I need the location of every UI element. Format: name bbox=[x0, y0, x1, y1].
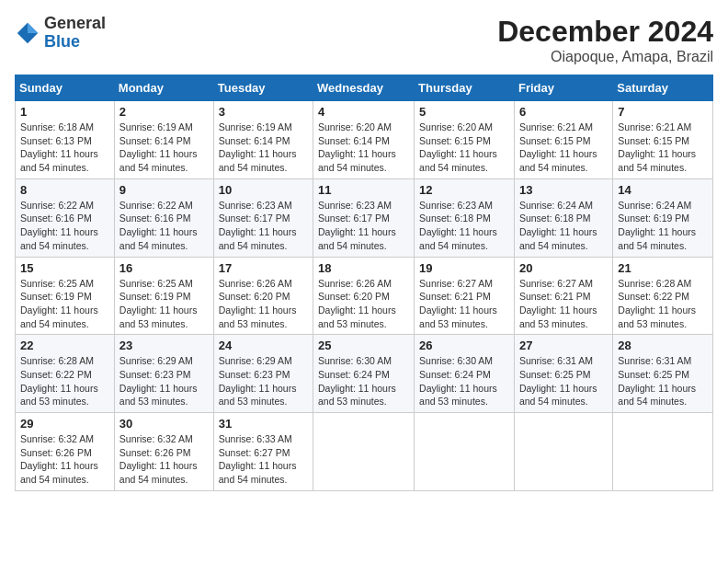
calendar-cell: 21Sunrise: 6:28 AM Sunset: 6:22 PM Dayli… bbox=[613, 257, 713, 335]
day-info: Sunrise: 6:23 AM Sunset: 6:17 PM Dayligh… bbox=[219, 199, 308, 253]
day-number: 18 bbox=[318, 261, 409, 275]
day-number: 10 bbox=[219, 183, 308, 197]
day-info: Sunrise: 6:24 AM Sunset: 6:18 PM Dayligh… bbox=[519, 199, 608, 253]
day-number: 5 bbox=[419, 105, 509, 119]
day-number: 23 bbox=[119, 339, 209, 352]
calendar-cell: 28Sunrise: 6:31 AM Sunset: 6:25 PM Dayli… bbox=[613, 335, 713, 413]
day-number: 24 bbox=[219, 339, 308, 352]
logo-icon bbox=[15, 20, 40, 46]
calendar-cell: 16Sunrise: 6:25 AM Sunset: 6:19 PM Dayli… bbox=[114, 257, 213, 335]
day-number: 31 bbox=[219, 417, 308, 431]
calendar-cell: 27Sunrise: 6:31 AM Sunset: 6:25 PM Dayli… bbox=[514, 335, 612, 413]
day-number: 3 bbox=[219, 105, 308, 119]
calendar-cell: 5Sunrise: 6:20 AM Sunset: 6:15 PM Daylig… bbox=[415, 101, 515, 179]
day-info: Sunrise: 6:31 AM Sunset: 6:25 PM Dayligh… bbox=[618, 354, 708, 408]
weekday-header: Monday bbox=[114, 75, 213, 101]
calendar-cell: 15Sunrise: 6:25 AM Sunset: 6:19 PM Dayli… bbox=[16, 257, 115, 335]
day-info: Sunrise: 6:21 AM Sunset: 6:15 PM Dayligh… bbox=[519, 121, 608, 175]
calendar-cell bbox=[514, 413, 612, 491]
day-info: Sunrise: 6:21 AM Sunset: 6:15 PM Dayligh… bbox=[618, 121, 708, 175]
calendar-cell: 3Sunrise: 6:19 AM Sunset: 6:14 PM Daylig… bbox=[213, 101, 313, 179]
day-info: Sunrise: 6:18 AM Sunset: 6:13 PM Dayligh… bbox=[20, 121, 109, 175]
day-info: Sunrise: 6:27 AM Sunset: 6:21 PM Dayligh… bbox=[519, 277, 608, 331]
calendar-cell bbox=[613, 413, 713, 491]
day-info: Sunrise: 6:26 AM Sunset: 6:20 PM Dayligh… bbox=[318, 277, 409, 331]
calendar-week-row: 8Sunrise: 6:22 AM Sunset: 6:16 PM Daylig… bbox=[16, 178, 713, 257]
day-info: Sunrise: 6:22 AM Sunset: 6:16 PM Dayligh… bbox=[119, 199, 209, 253]
weekday-header: Thursday bbox=[415, 75, 515, 101]
calendar-cell: 19Sunrise: 6:27 AM Sunset: 6:21 PM Dayli… bbox=[415, 257, 515, 335]
calendar-cell: 30Sunrise: 6:32 AM Sunset: 6:26 PM Dayli… bbox=[114, 413, 213, 491]
calendar-cell bbox=[415, 413, 515, 491]
logo-text: General Blue bbox=[44, 15, 106, 52]
day-number: 7 bbox=[618, 105, 708, 119]
day-info: Sunrise: 6:25 AM Sunset: 6:19 PM Dayligh… bbox=[20, 277, 109, 331]
calendar-cell: 9Sunrise: 6:22 AM Sunset: 6:16 PM Daylig… bbox=[114, 178, 213, 257]
day-number: 15 bbox=[20, 261, 109, 275]
day-info: Sunrise: 6:29 AM Sunset: 6:23 PM Dayligh… bbox=[119, 354, 209, 408]
calendar-cell: 18Sunrise: 6:26 AM Sunset: 6:20 PM Dayli… bbox=[313, 257, 415, 335]
calendar-cell: 8Sunrise: 6:22 AM Sunset: 6:16 PM Daylig… bbox=[16, 178, 115, 257]
day-info: Sunrise: 6:27 AM Sunset: 6:21 PM Dayligh… bbox=[419, 277, 509, 331]
calendar-week-row: 29Sunrise: 6:32 AM Sunset: 6:26 PM Dayli… bbox=[16, 413, 713, 491]
weekday-header: Saturday bbox=[613, 75, 713, 101]
weekday-header: Sunday bbox=[16, 75, 115, 101]
logo-general: General bbox=[44, 15, 106, 33]
calendar-table: SundayMondayTuesdayWednesdayThursdayFrid… bbox=[15, 75, 713, 491]
page-header: General Blue December 2024 Oiapoque, Ama… bbox=[15, 15, 713, 65]
day-info: Sunrise: 6:28 AM Sunset: 6:22 PM Dayligh… bbox=[20, 354, 109, 408]
day-info: Sunrise: 6:30 AM Sunset: 6:24 PM Dayligh… bbox=[318, 354, 409, 408]
day-number: 14 bbox=[618, 183, 708, 197]
day-number: 1 bbox=[20, 105, 109, 119]
calendar-cell: 6Sunrise: 6:21 AM Sunset: 6:15 PM Daylig… bbox=[514, 101, 612, 179]
day-info: Sunrise: 6:29 AM Sunset: 6:23 PM Dayligh… bbox=[219, 354, 308, 408]
weekday-row: SundayMondayTuesdayWednesdayThursdayFrid… bbox=[16, 75, 713, 101]
day-number: 22 bbox=[20, 339, 109, 352]
day-number: 9 bbox=[119, 183, 209, 197]
day-info: Sunrise: 6:24 AM Sunset: 6:19 PM Dayligh… bbox=[618, 199, 708, 253]
day-number: 26 bbox=[419, 339, 509, 352]
calendar-cell: 31Sunrise: 6:33 AM Sunset: 6:27 PM Dayli… bbox=[213, 413, 313, 491]
calendar-cell: 20Sunrise: 6:27 AM Sunset: 6:21 PM Dayli… bbox=[514, 257, 612, 335]
svg-marker-1 bbox=[28, 23, 38, 33]
logo: General Blue bbox=[15, 15, 106, 52]
day-number: 29 bbox=[20, 417, 109, 431]
day-number: 19 bbox=[419, 261, 509, 275]
calendar-cell: 11Sunrise: 6:23 AM Sunset: 6:17 PM Dayli… bbox=[313, 178, 415, 257]
day-info: Sunrise: 6:22 AM Sunset: 6:16 PM Dayligh… bbox=[20, 199, 109, 253]
day-number: 17 bbox=[219, 261, 308, 275]
calendar-cell: 10Sunrise: 6:23 AM Sunset: 6:17 PM Dayli… bbox=[213, 178, 313, 257]
calendar-cell: 7Sunrise: 6:21 AM Sunset: 6:15 PM Daylig… bbox=[613, 101, 713, 179]
day-number: 30 bbox=[119, 417, 209, 431]
calendar-week-row: 15Sunrise: 6:25 AM Sunset: 6:19 PM Dayli… bbox=[16, 257, 713, 335]
day-number: 6 bbox=[519, 105, 608, 119]
day-info: Sunrise: 6:19 AM Sunset: 6:14 PM Dayligh… bbox=[219, 121, 308, 175]
day-info: Sunrise: 6:23 AM Sunset: 6:17 PM Dayligh… bbox=[318, 199, 409, 253]
calendar-cell: 4Sunrise: 6:20 AM Sunset: 6:14 PM Daylig… bbox=[313, 101, 415, 179]
calendar-cell: 26Sunrise: 6:30 AM Sunset: 6:24 PM Dayli… bbox=[415, 335, 515, 413]
day-info: Sunrise: 6:19 AM Sunset: 6:14 PM Dayligh… bbox=[119, 121, 209, 175]
title-section: December 2024 Oiapoque, Amapa, Brazil bbox=[497, 15, 713, 65]
weekday-header: Friday bbox=[514, 75, 612, 101]
calendar-week-row: 1Sunrise: 6:18 AM Sunset: 6:13 PM Daylig… bbox=[16, 101, 713, 179]
day-info: Sunrise: 6:20 AM Sunset: 6:15 PM Dayligh… bbox=[419, 121, 509, 175]
calendar-header: SundayMondayTuesdayWednesdayThursdayFrid… bbox=[16, 75, 713, 101]
calendar-cell: 2Sunrise: 6:19 AM Sunset: 6:14 PM Daylig… bbox=[114, 101, 213, 179]
calendar-cell: 22Sunrise: 6:28 AM Sunset: 6:22 PM Dayli… bbox=[16, 335, 115, 413]
day-info: Sunrise: 6:28 AM Sunset: 6:22 PM Dayligh… bbox=[618, 277, 708, 331]
day-number: 13 bbox=[519, 183, 608, 197]
calendar-cell: 23Sunrise: 6:29 AM Sunset: 6:23 PM Dayli… bbox=[114, 335, 213, 413]
day-number: 27 bbox=[519, 339, 608, 352]
calendar-cell bbox=[313, 413, 415, 491]
calendar-cell: 29Sunrise: 6:32 AM Sunset: 6:26 PM Dayli… bbox=[16, 413, 115, 491]
day-info: Sunrise: 6:20 AM Sunset: 6:14 PM Dayligh… bbox=[318, 121, 409, 175]
day-info: Sunrise: 6:31 AM Sunset: 6:25 PM Dayligh… bbox=[519, 354, 608, 408]
day-number: 20 bbox=[519, 261, 608, 275]
calendar-cell: 13Sunrise: 6:24 AM Sunset: 6:18 PM Dayli… bbox=[514, 178, 612, 257]
day-info: Sunrise: 6:30 AM Sunset: 6:24 PM Dayligh… bbox=[419, 354, 509, 408]
calendar-body: 1Sunrise: 6:18 AM Sunset: 6:13 PM Daylig… bbox=[16, 101, 713, 491]
calendar-cell: 25Sunrise: 6:30 AM Sunset: 6:24 PM Dayli… bbox=[313, 335, 415, 413]
month-title: December 2024 bbox=[497, 15, 713, 49]
calendar-cell: 24Sunrise: 6:29 AM Sunset: 6:23 PM Dayli… bbox=[213, 335, 313, 413]
day-info: Sunrise: 6:32 AM Sunset: 6:26 PM Dayligh… bbox=[20, 432, 109, 487]
